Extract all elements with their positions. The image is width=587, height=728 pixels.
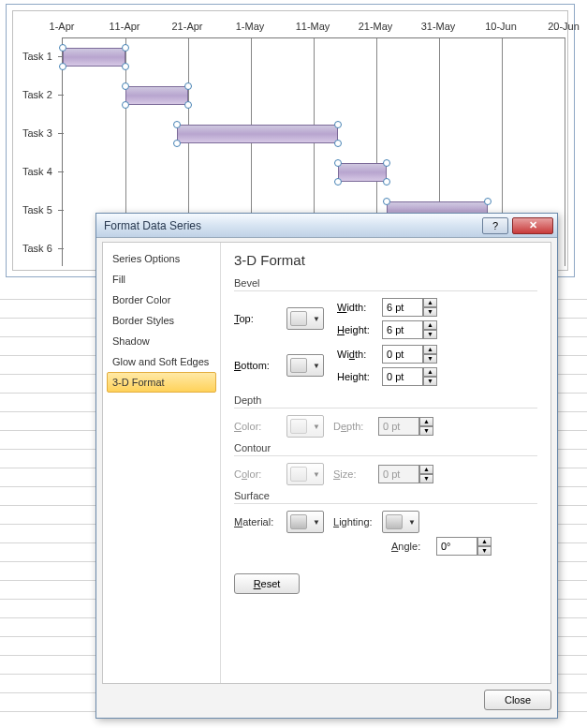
depth-color-picker: ▼ — [286, 415, 324, 438]
chevron-down-icon: ▼ — [313, 470, 320, 479]
bottom-width-spinner[interactable]: ▲▼ — [382, 345, 437, 364]
selection-handle[interactable] — [334, 178, 342, 186]
help-icon: ? — [492, 220, 498, 231]
x-tick: 20-Jun — [536, 21, 587, 32]
depth-group-label: Depth — [234, 391, 537, 406]
x-tick: 1-Apr — [34, 21, 90, 32]
close-button[interactable]: Close — [484, 690, 551, 710]
selection-handle[interactable] — [383, 178, 390, 186]
top-height-spinner[interactable]: ▲▼ — [382, 320, 437, 339]
lighting-picker[interactable]: ▼ — [382, 511, 419, 533]
help-button[interactable]: ? — [482, 217, 508, 234]
reset-button[interactable]: Reset — [234, 573, 300, 594]
selection-handle[interactable] — [184, 82, 192, 90]
category-3d-format[interactable]: 3-D Format — [107, 372, 216, 393]
material-picker[interactable]: ▼ — [286, 511, 324, 533]
bar-task2[interactable] — [125, 86, 188, 105]
dialog-title: Format Data Series — [104, 219, 478, 232]
category-list: Series Options Fill Border Color Border … — [103, 243, 221, 683]
spin-up-icon[interactable]: ▲ — [423, 367, 437, 377]
selection-handle[interactable] — [122, 63, 129, 70]
format-data-series-dialog: Format Data Series ? ✕ Series Options Fi… — [95, 213, 558, 719]
material-swatch-icon — [290, 514, 307, 529]
depth-spinner: ▲▼ — [378, 417, 433, 436]
category-series-options[interactable]: Series Options — [107, 248, 216, 269]
contour-size-input — [378, 465, 419, 483]
selection-handle[interactable] — [484, 198, 492, 205]
x-tick: 31-May — [410, 21, 466, 32]
spin-down-icon[interactable]: ▼ — [423, 354, 437, 364]
paint-bucket-icon — [290, 419, 307, 434]
selection-handle[interactable] — [334, 159, 342, 167]
chevron-down-icon: ▼ — [313, 518, 320, 527]
chevron-down-icon: ▼ — [408, 518, 416, 527]
selection-handle[interactable] — [184, 101, 192, 109]
panel-title: 3-D Format — [234, 252, 537, 268]
spin-down-icon: ▼ — [419, 474, 433, 483]
spin-down-icon[interactable]: ▼ — [423, 307, 437, 317]
bevel-bottom-picker[interactable]: ▼ — [286, 354, 324, 377]
surface-group-label: Surface — [234, 486, 537, 501]
category-border-color[interactable]: Border Color — [107, 290, 216, 310]
x-tick: 21-May — [347, 21, 404, 32]
selection-handle[interactable] — [173, 140, 181, 147]
bevel-group-label: Bevel — [234, 274, 537, 289]
x-tick: 11-Apr — [96, 21, 153, 32]
x-tick: 21-Apr — [159, 21, 215, 32]
selection-handle[interactable] — [59, 63, 66, 70]
selection-handle[interactable] — [59, 44, 66, 52]
selection-handle[interactable] — [122, 82, 129, 90]
spin-down-icon[interactable]: ▼ — [423, 330, 437, 339]
x-tick: 1-May — [222, 21, 278, 32]
depth-input — [378, 417, 419, 436]
bar-task1[interactable] — [63, 48, 125, 67]
panel-3d-format: 3-D Format Bevel Top: ▼ Width: ▲▼ Height… — [221, 243, 550, 683]
angle-spinner[interactable]: ▲▼ — [436, 537, 492, 556]
selection-handle[interactable] — [383, 159, 390, 167]
close-icon: ✕ — [529, 219, 537, 231]
contour-group-label: Contour — [234, 438, 537, 453]
angle-input[interactable] — [436, 537, 477, 556]
paint-bucket-icon — [290, 467, 307, 482]
selection-handle[interactable] — [383, 198, 390, 205]
top-height-input[interactable] — [382, 320, 423, 339]
bottom-height-spinner[interactable]: ▲▼ — [382, 367, 437, 386]
spin-up-icon[interactable]: ▲ — [477, 537, 492, 546]
spin-down-icon: ▼ — [419, 426, 433, 436]
spin-up-icon: ▲ — [419, 465, 433, 474]
bar-task4[interactable] — [338, 163, 387, 182]
selection-handle[interactable] — [334, 121, 342, 128]
selection-handle[interactable] — [334, 140, 342, 147]
chevron-down-icon: ▼ — [313, 362, 320, 370]
selection-handle[interactable] — [122, 101, 129, 109]
bevel-swatch-icon — [290, 358, 307, 373]
x-tick: 11-May — [285, 21, 341, 32]
chevron-down-icon: ▼ — [313, 423, 320, 431]
top-width-input[interactable] — [382, 298, 423, 317]
bevel-top-picker[interactable]: ▼ — [286, 307, 324, 330]
x-tick: 10-Jun — [473, 21, 529, 32]
spin-down-icon[interactable]: ▼ — [423, 377, 437, 386]
selection-handle[interactable] — [122, 44, 129, 52]
bevel-swatch-icon — [290, 311, 307, 326]
dialog-titlebar[interactable]: Format Data Series ? ✕ — [96, 214, 557, 238]
spin-up-icon[interactable]: ▲ — [423, 345, 437, 354]
top-width-spinner[interactable]: ▲▼ — [382, 298, 437, 317]
spin-up-icon[interactable]: ▲ — [423, 298, 437, 307]
contour-color-picker: ▼ — [286, 463, 324, 485]
spin-up-icon[interactable]: ▲ — [423, 320, 437, 330]
bar-task3[interactable] — [177, 125, 338, 143]
bottom-height-input[interactable] — [382, 367, 423, 386]
category-glow[interactable]: Glow and Soft Edges — [107, 351, 216, 372]
bottom-width-input[interactable] — [382, 345, 423, 364]
category-border-styles[interactable]: Border Styles — [107, 310, 216, 331]
lighting-swatch-icon — [386, 514, 403, 529]
spin-down-icon[interactable]: ▼ — [477, 546, 492, 556]
selection-handle[interactable] — [173, 121, 181, 128]
contour-size-spinner: ▲▼ — [378, 465, 433, 483]
spin-up-icon: ▲ — [419, 417, 433, 426]
category-shadow[interactable]: Shadow — [107, 331, 216, 351]
category-fill[interactable]: Fill — [107, 269, 216, 290]
window-close-button[interactable]: ✕ — [512, 217, 553, 234]
chevron-down-icon: ▼ — [313, 315, 320, 323]
